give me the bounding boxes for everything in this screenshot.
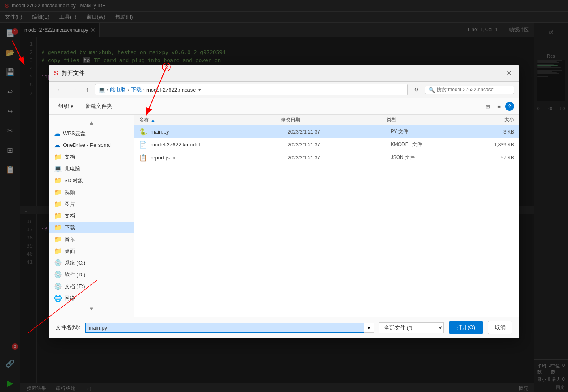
tree-item-onedrive-label: OneDrive - Personal [63,142,129,148]
col-header-date[interactable]: 修改日期 [281,116,387,123]
tree-item-downloads[interactable]: 📁 下载 [49,222,134,233]
pictures-icon: 📁 [54,200,62,208]
docs-icon: 📁 [54,153,62,161]
nav-up-button[interactable]: ↑ [83,85,92,95]
breadcrumb-current: model-27622.nncase [146,87,196,93]
open-button[interactable]: 打开(O) [449,321,483,334]
e-drive-icon: 💿 [54,282,62,290]
tree-item-docs[interactable]: 📁 文档 [49,151,134,163]
file-icon-kmodel: 📄 [139,141,147,149]
search-input[interactable] [437,87,510,93]
tree-item-network[interactable]: 🌐 网络 [49,292,134,304]
c-drive-icon: 💿 [54,259,62,267]
tree-item-e-drive[interactable]: 💿 文档 (E:) [49,280,134,292]
tree-item-wps[interactable]: ☁ WPS云盘 [49,127,134,139]
tree-item-c-label: 系统 (C:) [65,259,129,267]
tree-item-documents[interactable]: 📁 文档 [49,210,134,222]
view-grid-button[interactable]: ⊞ [483,102,493,111]
tree-item-e-label: 文档 (E:) [65,283,129,290]
tree-item-c-drive[interactable]: 💿 系统 (C:) [49,257,134,269]
tree-item-video[interactable]: 📁 视频 [49,186,134,198]
dialog-close-button[interactable]: ✕ [504,69,514,78]
onedrive-icon: ☁ [54,141,60,149]
tree-scroll-up[interactable]: ▲ [49,118,134,127]
search-box[interactable]: 🔍 [425,86,514,94]
tree-item-docs-label: 文档 [65,153,129,161]
col-header-name[interactable]: 名称 ▲ [139,116,281,123]
video-icon: 📁 [54,188,62,196]
tree-item-thispc[interactable]: 💻 此电脑 [49,163,134,174]
file-row-report-json[interactable]: 📋 report.json 2023/2/1 21:37 JSON 文件 57 … [134,151,519,164]
wps-icon: ☁ [54,129,60,137]
col-header-type[interactable]: 类型 [387,116,457,123]
dialog-body: ▲ ☁ WPS云盘 ☁ OneDrive - Personal 📁 文档 💻 此… [49,115,519,317]
tree-item-3d[interactable]: 📁 3D 对象 [49,174,134,186]
breadcrumb-dropdown[interactable]: ▾ [197,86,202,94]
tree-item-documents-label: 文档 [65,212,129,220]
view-list-button[interactable]: ≡ [495,102,503,111]
file-row-kmodel[interactable]: 📄 model-27622.kmodel 2023/2/1 21:37 KMOD… [134,138,519,151]
tree-item-desktop[interactable]: 📁 桌面 [49,245,134,257]
help-button[interactable]: ? [505,102,514,111]
file-date-kmodel: 2023/2/1 21:37 [288,142,391,148]
nav-tree: ▲ ☁ WPS云盘 ☁ OneDrive - Personal 📁 文档 💻 此… [49,115,134,317]
tree-item-d-drive[interactable]: 💿 软件 (D:) [49,269,134,280]
cancel-button[interactable]: 取消 [488,321,512,334]
organize-button[interactable]: 组织 ▾ [54,101,78,112]
tree-item-thispc-label: 此电脑 [65,165,129,172]
tree-item-network-label: 网络 [65,295,129,302]
nav-forward-button[interactable]: → [69,85,80,95]
dialog-title: S 打开文件 [54,70,84,77]
tree-scroll-down[interactable]: ▼ [49,304,134,313]
dialog-actions-bar: 组织 ▾ 新建文件夹 ⊞ ≡ ? [49,98,519,115]
search-icon: 🔍 [428,87,435,93]
tree-item-onedrive[interactable]: ☁ OneDrive - Personal [49,139,134,151]
dialog-overlay: S 打开文件 ✕ ← → ↑ 💻 › 此电脑 › 下载 › model-2762… [0,0,568,392]
filename-input[interactable] [85,323,365,333]
music-icon: 📁 [54,235,62,243]
file-icon-json: 📋 [139,154,147,162]
tree-item-pictures[interactable]: 📁 图片 [49,198,134,210]
downloads-icon: 📁 [54,224,62,231]
documents-icon: 📁 [54,212,62,220]
breadcrumb-sep-2: › [127,87,129,93]
3d-icon: 📁 [54,177,62,184]
file-size-main-py: 3 KB [459,129,514,135]
filename-label: 文件名(N): [56,324,80,331]
file-icon-main-py: 🐍 [139,128,147,136]
breadcrumb-pc[interactable]: 此电脑 [110,86,126,93]
tree-item-pictures-label: 图片 [65,200,129,208]
tree-item-music[interactable]: 📁 音乐 [49,233,134,245]
filetype-dropdown[interactable]: 全部文件 (*) [379,322,444,333]
sort-arrow: ▲ [151,117,155,123]
file-type-kmodel: KMODEL 文件 [391,141,459,148]
filename-input-wrapper: ▾ [85,323,374,333]
tree-item-d-label: 软件 (D:) [65,271,129,278]
breadcrumb-sep-3: › [143,87,145,93]
file-row-main-py[interactable]: 🐍 main.py 2023/2/1 21:37 PY 文件 3 KB [134,125,519,138]
file-date-main-py: 2023/2/1 21:37 [288,129,391,135]
new-folder-button[interactable]: 新建文件夹 [81,101,116,112]
file-size-kmodel: 1,839 KB [459,142,514,148]
col-header-size[interactable]: 大小 [458,116,514,123]
tree-item-downloads-label: 下载 [65,224,129,231]
nav-refresh-button[interactable]: ↻ [411,85,422,95]
dialog-title-text: 打开文件 [62,70,84,77]
dialog-titlebar: S 打开文件 ✕ [49,65,519,82]
dialog-footer: 文件名(N): ▾ 全部文件 (*) 打开(O) 取消 [49,317,519,338]
file-name-kmodel: model-27622.kmodel [151,142,288,148]
file-name-json: report.json [151,155,288,161]
nav-back-button[interactable]: ← [54,85,65,95]
col-name-label: 名称 [139,116,149,123]
file-date-json: 2023/2/1 21:37 [288,155,391,161]
file-dialog: S 打开文件 ✕ ← → ↑ 💻 › 此电脑 › 下载 › model-2762… [49,65,519,338]
tree-item-video-label: 视频 [65,189,129,196]
breadcrumb-download[interactable]: 下载 [131,86,142,93]
d-drive-icon: 💿 [54,271,62,278]
file-name-main-py: main.py [151,129,288,135]
filename-dropdown-btn[interactable]: ▾ [364,323,374,333]
breadcrumb-sep-1: › [107,87,108,93]
breadcrumb-bar: 💻 › 此电脑 › 下载 › model-27622.nncase ▾ [95,84,408,95]
thispc-icon: 💻 [54,165,62,172]
file-type-json: JSON 文件 [391,154,459,161]
